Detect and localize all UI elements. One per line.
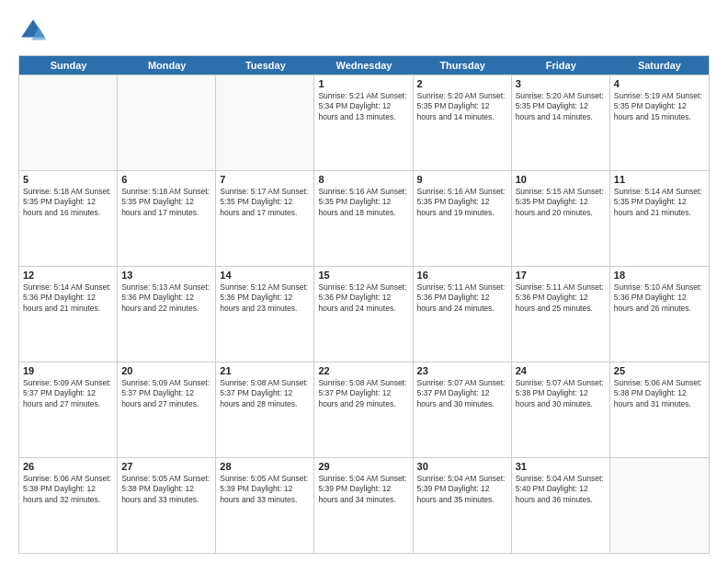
day-number: 18 [614,270,705,281]
day-cell-empty-w0c2 [216,75,314,170]
day-number: 21 [220,365,310,376]
day-number: 14 [220,270,310,281]
day-info: Sunrise: 5:14 AM Sunset: 5:36 PM Dayligh… [23,282,113,314]
day-cell-24: 24Sunrise: 5:07 AM Sunset: 5:38 PM Dayli… [512,362,610,457]
calendar-body: 1Sunrise: 5:21 AM Sunset: 5:34 PM Daylig… [19,75,709,553]
day-info: Sunrise: 5:11 AM Sunset: 5:36 PM Dayligh… [417,282,507,314]
day-number: 20 [121,365,211,376]
day-info: Sunrise: 5:15 AM Sunset: 5:35 PM Dayligh… [516,187,606,218]
calendar-header: SundayMondayTuesdayWednesdayThursdayFrid… [19,56,709,75]
day-info: Sunrise: 5:12 AM Sunset: 5:36 PM Dayligh… [220,282,310,314]
day-number: 30 [417,461,507,472]
day-info: Sunrise: 5:19 AM Sunset: 5:35 PM Dayligh… [614,91,705,122]
day-cell-3: 3Sunrise: 5:20 AM Sunset: 5:35 PM Daylig… [512,75,610,170]
day-info: Sunrise: 5:07 AM Sunset: 5:38 PM Dayligh… [516,378,606,409]
weekday-header-tuesday: Tuesday [216,56,314,75]
week-row-4: 19Sunrise: 5:09 AM Sunset: 5:37 PM Dayli… [19,362,709,457]
header [18,17,710,46]
day-info: Sunrise: 5:16 AM Sunset: 5:35 PM Dayligh… [417,187,507,218]
day-number: 23 [417,365,507,376]
page: SundayMondayTuesdayWednesdayThursdayFrid… [0,0,728,563]
day-number: 7 [220,174,310,185]
day-cell-16: 16Sunrise: 5:11 AM Sunset: 5:36 PM Dayli… [414,267,512,362]
day-info: Sunrise: 5:05 AM Sunset: 5:38 PM Dayligh… [121,474,211,505]
day-number: 11 [614,174,705,185]
day-info: Sunrise: 5:17 AM Sunset: 5:35 PM Dayligh… [220,187,310,218]
day-cell-18: 18Sunrise: 5:10 AM Sunset: 5:36 PM Dayli… [610,267,709,362]
day-number: 25 [614,365,705,376]
day-info: Sunrise: 5:18 AM Sunset: 5:35 PM Dayligh… [121,187,211,218]
day-info: Sunrise: 5:13 AM Sunset: 5:36 PM Dayligh… [121,282,211,314]
day-cell-19: 19Sunrise: 5:09 AM Sunset: 5:37 PM Dayli… [19,362,118,457]
weekday-header-sunday: Sunday [19,56,118,75]
day-cell-14: 14Sunrise: 5:12 AM Sunset: 5:36 PM Dayli… [216,267,314,362]
day-cell-23: 23Sunrise: 5:07 AM Sunset: 5:37 PM Dayli… [414,362,512,457]
day-cell-25: 25Sunrise: 5:06 AM Sunset: 5:38 PM Dayli… [610,362,709,457]
day-info: Sunrise: 5:04 AM Sunset: 5:40 PM Dayligh… [516,474,606,505]
day-info: Sunrise: 5:08 AM Sunset: 5:37 PM Dayligh… [318,378,408,409]
calendar: SundayMondayTuesdayWednesdayThursdayFrid… [18,55,710,554]
day-number: 4 [614,78,705,89]
day-cell-6: 6Sunrise: 5:18 AM Sunset: 5:35 PM Daylig… [118,171,216,266]
day-info: Sunrise: 5:08 AM Sunset: 5:37 PM Dayligh… [220,378,310,409]
day-cell-7: 7Sunrise: 5:17 AM Sunset: 5:35 PM Daylig… [216,171,314,266]
day-info: Sunrise: 5:04 AM Sunset: 5:39 PM Dayligh… [417,474,507,505]
day-cell-21: 21Sunrise: 5:08 AM Sunset: 5:37 PM Dayli… [216,362,314,457]
day-cell-empty-w0c0 [19,75,118,170]
day-cell-15: 15Sunrise: 5:12 AM Sunset: 5:36 PM Dayli… [314,267,413,362]
day-info: Sunrise: 5:18 AM Sunset: 5:35 PM Dayligh… [23,187,113,218]
week-row-2: 5Sunrise: 5:18 AM Sunset: 5:35 PM Daylig… [19,170,709,266]
day-cell-10: 10Sunrise: 5:15 AM Sunset: 5:35 PM Dayli… [512,171,610,266]
day-cell-4: 4Sunrise: 5:19 AM Sunset: 5:35 PM Daylig… [610,75,709,170]
day-cell-empty-w4c6 [610,458,709,553]
day-number: 9 [417,174,507,185]
day-number: 15 [318,270,408,281]
day-number: 24 [516,365,606,376]
day-number: 16 [417,270,507,281]
day-cell-11: 11Sunrise: 5:14 AM Sunset: 5:35 PM Dayli… [610,171,709,266]
day-number: 8 [318,174,408,185]
weekday-header-monday: Monday [118,56,216,75]
day-number: 2 [417,78,507,89]
week-row-3: 12Sunrise: 5:14 AM Sunset: 5:36 PM Dayli… [19,266,709,362]
day-number: 17 [516,270,606,281]
day-number: 31 [516,461,606,472]
day-number: 28 [220,461,310,472]
day-info: Sunrise: 5:20 AM Sunset: 5:35 PM Dayligh… [516,91,606,122]
logo-icon [18,17,48,46]
week-row-5: 26Sunrise: 5:06 AM Sunset: 5:38 PM Dayli… [19,457,709,553]
day-number: 19 [23,365,113,376]
day-cell-22: 22Sunrise: 5:08 AM Sunset: 5:37 PM Dayli… [314,362,413,457]
day-number: 10 [516,174,606,185]
day-cell-1: 1Sunrise: 5:21 AM Sunset: 5:34 PM Daylig… [314,75,413,170]
day-info: Sunrise: 5:05 AM Sunset: 5:39 PM Dayligh… [220,474,310,505]
day-cell-5: 5Sunrise: 5:18 AM Sunset: 5:35 PM Daylig… [19,171,118,266]
day-number: 26 [23,461,113,472]
day-info: Sunrise: 5:21 AM Sunset: 5:34 PM Dayligh… [318,91,408,122]
day-info: Sunrise: 5:10 AM Sunset: 5:36 PM Dayligh… [614,282,705,314]
logo [18,17,51,46]
day-number: 22 [318,365,408,376]
day-number: 5 [23,174,113,185]
day-info: Sunrise: 5:09 AM Sunset: 5:37 PM Dayligh… [23,378,113,409]
day-cell-28: 28Sunrise: 5:05 AM Sunset: 5:39 PM Dayli… [216,458,314,553]
day-cell-20: 20Sunrise: 5:09 AM Sunset: 5:37 PM Dayli… [118,362,216,457]
day-cell-empty-w0c1 [118,75,216,170]
day-number: 3 [516,78,606,89]
day-info: Sunrise: 5:14 AM Sunset: 5:35 PM Dayligh… [614,187,705,218]
weekday-header-thursday: Thursday [414,56,512,75]
day-number: 6 [121,174,211,185]
day-info: Sunrise: 5:20 AM Sunset: 5:35 PM Dayligh… [417,91,507,122]
week-row-1: 1Sunrise: 5:21 AM Sunset: 5:34 PM Daylig… [19,75,709,170]
day-number: 29 [318,461,408,472]
day-cell-17: 17Sunrise: 5:11 AM Sunset: 5:36 PM Dayli… [512,267,610,362]
day-cell-27: 27Sunrise: 5:05 AM Sunset: 5:38 PM Dayli… [118,458,216,553]
day-cell-13: 13Sunrise: 5:13 AM Sunset: 5:36 PM Dayli… [118,267,216,362]
day-number: 27 [121,461,211,472]
day-cell-8: 8Sunrise: 5:16 AM Sunset: 5:35 PM Daylig… [314,171,413,266]
day-number: 13 [121,270,211,281]
weekday-header-friday: Friday [512,56,610,75]
day-info: Sunrise: 5:06 AM Sunset: 5:38 PM Dayligh… [23,474,113,505]
day-info: Sunrise: 5:11 AM Sunset: 5:36 PM Dayligh… [516,282,606,314]
day-info: Sunrise: 5:16 AM Sunset: 5:35 PM Dayligh… [318,187,408,218]
